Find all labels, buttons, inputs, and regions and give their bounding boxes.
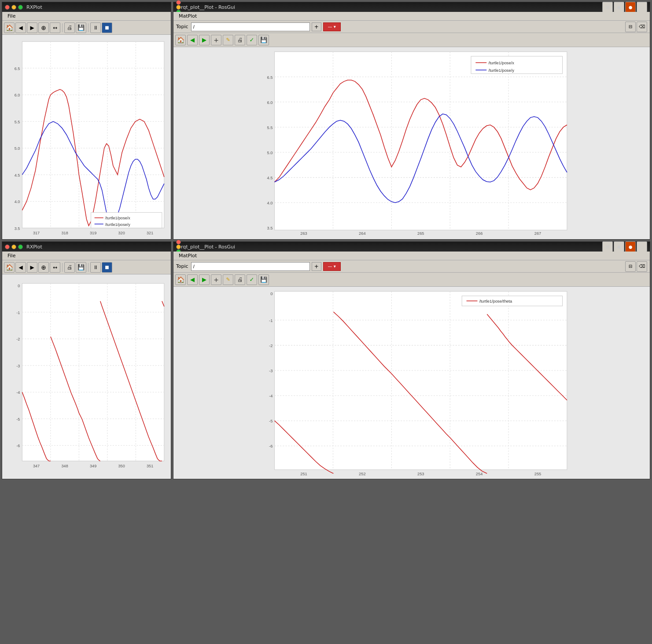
right-buttons-br: ⊞ ◉ ● ○ xyxy=(602,241,647,252)
max-btn[interactable] xyxy=(18,5,23,10)
grid-btn-br[interactable]: ⊞ xyxy=(602,241,613,252)
zoom-button-bl[interactable]: ⊕ xyxy=(38,262,49,273)
save-btn-tr[interactable]: 💾 xyxy=(258,35,269,45)
svg-text:4.0: 4.0 xyxy=(267,201,273,205)
svg-text:252: 252 xyxy=(359,472,366,476)
rqt-plot-bottom-right-window: rqt_plot__Plot - RosGui ⊞ ◉ ● ○ MatPlot … xyxy=(173,241,650,479)
svg-text:3.5: 3.5 xyxy=(15,226,20,231)
columns-btn[interactable]: ⊟ xyxy=(625,22,636,32)
pan-button-bl[interactable]: ↔ xyxy=(50,262,60,273)
svg-text:-3: -3 xyxy=(16,364,20,368)
zoom-btn-br[interactable]: + xyxy=(211,274,221,285)
svg-text:264: 264 xyxy=(359,231,366,236)
pan-btn-br[interactable]: ✎ xyxy=(223,274,233,285)
columns-btn-br[interactable]: ⊟ xyxy=(625,261,636,272)
svg-text:253: 253 xyxy=(417,472,424,476)
svg-text:4.5: 4.5 xyxy=(267,176,273,180)
add-topic-btn-br[interactable]: + xyxy=(312,262,321,271)
add-topic-btn[interactable]: + xyxy=(312,22,321,31)
print-btn-br[interactable]: 🖨 xyxy=(235,274,245,285)
home-btn-tr[interactable]: 🏠 xyxy=(175,35,186,45)
back-btn-br2[interactable]: ⌫ xyxy=(637,261,647,272)
plot-area-top-left: 6.5 6.0 5.5 5.0 4.5 4.0 3.5 317 318 319 … xyxy=(2,35,171,239)
zoom-btn-tr[interactable]: + xyxy=(211,35,221,45)
min-btn-br[interactable] xyxy=(176,244,181,249)
expand-btn[interactable]: ● xyxy=(625,2,636,12)
svg-text:6.0: 6.0 xyxy=(267,100,273,105)
home-btn-br[interactable]: 🏠 xyxy=(175,274,186,285)
print-button-bl[interactable]: 🖨 xyxy=(64,262,75,273)
svg-text:/turtle1/pose/y: /turtle1/pose/y xyxy=(488,68,514,73)
topic-bar-tr: Topic + — ▾ ⊟ ⌫ xyxy=(173,21,650,33)
fwd-btn-tr[interactable]: ▶ xyxy=(199,35,210,45)
min-btn-bl[interactable] xyxy=(11,244,16,249)
rxplot-bottom-left-titlebar: RXPlot xyxy=(2,242,171,252)
file-menu[interactable]: File xyxy=(5,12,18,20)
fwd-btn-br[interactable]: ▶ xyxy=(199,274,210,285)
save-btn-br[interactable]: 💾 xyxy=(258,274,269,285)
stop-button[interactable]: ■ xyxy=(102,22,112,33)
home-button[interactable]: 🏠 xyxy=(4,22,15,33)
plot-area-bottom-right: 0 -1 -2 -3 -4 -5 -6 251 252 253 254 255 xyxy=(173,287,650,479)
expand-btn-br[interactable]: ● xyxy=(625,241,636,252)
info-btn-br[interactable]: ○ xyxy=(637,241,647,252)
topic-input-br[interactable] xyxy=(191,262,310,271)
toolbar-bl: 🏠 ◀ ▶ ⊕ ↔ 🖨 💾 ⏸ ■ xyxy=(2,260,171,274)
svg-rect-28 xyxy=(275,52,567,230)
pan-button[interactable]: ↔ xyxy=(50,22,60,33)
print-button[interactable]: 🖨 xyxy=(64,22,75,33)
clear-btn-br[interactable]: — ▾ xyxy=(323,262,341,271)
clear-btn[interactable]: — ▾ xyxy=(323,22,341,31)
settings-btn[interactable]: ◉ xyxy=(614,2,624,12)
min-btn[interactable] xyxy=(11,5,16,10)
stop-button-bl[interactable]: ■ xyxy=(102,262,112,273)
svg-text:6.5: 6.5 xyxy=(267,75,273,80)
back-button-bl[interactable]: ◀ xyxy=(15,262,26,273)
svg-text:320: 320 xyxy=(118,231,125,235)
pause-button-bl[interactable]: ⏸ xyxy=(90,262,101,273)
check-btn-tr[interactable]: ✓ xyxy=(247,35,257,45)
matplot-label-br: MatPlot xyxy=(176,252,199,259)
window-buttons-bl xyxy=(5,244,23,249)
forward-button-bl[interactable]: ▶ xyxy=(27,262,37,273)
topic-input-tr[interactable] xyxy=(191,22,310,31)
back-button[interactable]: ◀ xyxy=(15,22,26,33)
save-button-bl[interactable]: 💾 xyxy=(76,262,86,273)
print-btn-tr[interactable]: 🖨 xyxy=(235,35,245,45)
window-buttons xyxy=(5,5,23,10)
max-btn-bl[interactable] xyxy=(18,244,23,249)
topic-label-br: Topic xyxy=(176,263,188,269)
file-menu-bl[interactable]: File xyxy=(5,252,18,259)
rqt-toolbar-tr: 🏠 ◀ ▶ + ✎ 🖨 ✓ 💾 xyxy=(173,33,650,47)
back-btn2[interactable]: ⌫ xyxy=(637,22,647,32)
close-btn-br[interactable] xyxy=(176,240,181,244)
pause-button[interactable]: ⏸ xyxy=(90,22,101,33)
svg-text:0: 0 xyxy=(18,284,20,288)
window-title-tr: rqt_plot__Plot - RosGui xyxy=(181,4,235,10)
chart-svg-bottom-right: 0 -1 -2 -3 -4 -5 -6 251 252 253 254 255 xyxy=(173,287,650,479)
home-button-bl[interactable]: 🏠 xyxy=(4,262,15,273)
back-btn3[interactable]: ◀ xyxy=(187,274,198,285)
close-btn-bl[interactable] xyxy=(5,244,10,249)
close-btn2[interactable]: ○ xyxy=(637,2,647,12)
rqt-top-right-titlebar: rqt_plot__Plot - RosGui ⊞ ◉ ● ○ xyxy=(173,2,650,12)
matplot-menubar: MatPlot xyxy=(173,12,650,21)
zoom-button[interactable]: ⊕ xyxy=(38,22,49,33)
forward-button[interactable]: ▶ xyxy=(27,22,37,33)
topic-bar-br: Topic + — ▾ ⊟ ⌫ xyxy=(173,260,650,273)
plot-area-bottom-left: 0 -1 -2 -3 -4 -5 -6 347 348 349 350 351 xyxy=(2,274,171,479)
min-btn-tr[interactable] xyxy=(176,5,181,10)
svg-text:251: 251 xyxy=(300,472,307,476)
svg-text:-1: -1 xyxy=(269,318,273,323)
close-btn[interactable] xyxy=(5,5,10,10)
settings-btn-br[interactable]: ◉ xyxy=(614,241,624,252)
svg-text:317: 317 xyxy=(33,231,40,235)
pan-btn-tr[interactable]: ✎ xyxy=(223,35,233,45)
close-btn-tr[interactable] xyxy=(176,0,181,5)
check-btn-br[interactable]: ✓ xyxy=(247,274,257,285)
svg-text:351: 351 xyxy=(147,464,153,468)
svg-text:-5: -5 xyxy=(269,419,273,423)
grid-btn[interactable]: ⊞ xyxy=(602,2,613,12)
save-button[interactable]: 💾 xyxy=(76,22,86,33)
back-btn-tr[interactable]: ◀ xyxy=(187,35,198,45)
